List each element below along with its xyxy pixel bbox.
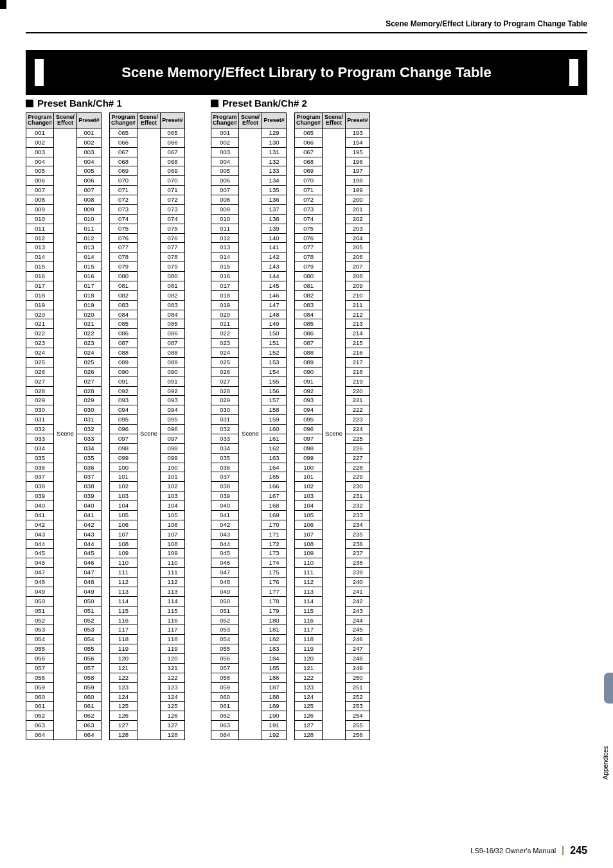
cell-preset: 191 — [262, 721, 287, 731]
cell-preset: 224 — [346, 425, 370, 434]
cell-preset: 242 — [346, 596, 370, 606]
bank1-table-b: ProgramChange#Scene/EffectPreset#065Scen… — [109, 112, 185, 740]
cell-preset: 226 — [346, 443, 370, 453]
cell-preset: 198 — [346, 176, 370, 186]
cell-program-change: 014 — [211, 252, 239, 262]
cell-preset: 107 — [161, 529, 185, 539]
cell-preset: 008 — [77, 195, 102, 205]
cell-program-change: 102 — [295, 482, 323, 492]
cell-program-change: 085 — [110, 319, 138, 329]
bank2-table-a: ProgramChange#Scene/EffectPreset#001Scen… — [211, 112, 287, 740]
cell-preset: 186 — [262, 673, 287, 682]
cell-preset: 172 — [262, 539, 287, 549]
cell-program-change: 082 — [295, 290, 323, 300]
cell-program-change: 065 — [110, 128, 138, 137]
cell-program-change: 004 — [26, 157, 54, 166]
cell-program-change: 092 — [110, 386, 138, 396]
cell-program-change: 012 — [26, 233, 54, 243]
cell-program-change: 007 — [26, 186, 54, 195]
cell-program-change: 114 — [110, 596, 138, 606]
cell-preset: 018 — [77, 290, 102, 300]
cell-program-change: 009 — [26, 204, 54, 214]
cell-preset: 020 — [77, 310, 102, 319]
cell-program-change: 003 — [211, 147, 239, 157]
cell-program-change: 064 — [211, 731, 239, 740]
cell-program-change: 090 — [110, 367, 138, 376]
cell-preset: 138 — [262, 214, 287, 224]
cell-preset: 090 — [161, 367, 185, 376]
cell-program-change: 096 — [295, 425, 323, 434]
cell-program-change: 011 — [211, 224, 239, 233]
cell-preset: 140 — [262, 233, 287, 243]
cell-program-change: 108 — [110, 539, 138, 549]
cell-preset: 152 — [262, 348, 287, 358]
cell-program-change: 084 — [110, 310, 138, 319]
cell-program-change: 052 — [26, 616, 54, 625]
cell-preset: 178 — [262, 596, 287, 606]
cell-program-change: 124 — [295, 692, 323, 702]
cell-preset: 214 — [346, 329, 370, 339]
cell-program-change: 098 — [295, 443, 323, 453]
cell-program-change: 001 — [211, 128, 239, 137]
cell-program-change: 086 — [110, 329, 138, 339]
cell-preset: 065 — [161, 128, 185, 137]
cell-preset: 239 — [346, 568, 370, 578]
cell-program-change: 028 — [26, 386, 54, 396]
cell-preset: 014 — [77, 252, 102, 262]
cell-preset: 075 — [161, 224, 185, 233]
cell-preset: 055 — [77, 644, 102, 654]
cell-program-change: 037 — [26, 472, 54, 482]
cell-preset: 111 — [161, 568, 185, 578]
cell-program-change: 040 — [211, 501, 239, 511]
cell-preset: 251 — [346, 682, 370, 692]
cell-preset: 058 — [77, 673, 102, 682]
cell-program-change: 118 — [110, 635, 138, 644]
cell-preset: 017 — [77, 281, 102, 290]
cell-program-change: 117 — [110, 625, 138, 635]
cell-program-change: 035 — [26, 453, 54, 463]
cell-preset: 022 — [77, 329, 102, 339]
bank-2: Preset Bank/Ch# 2 ProgramChange#Scene/Ef… — [211, 98, 370, 740]
cell-preset: 026 — [77, 367, 102, 376]
cell-preset: 025 — [77, 357, 102, 367]
cell-program-change: 088 — [295, 348, 323, 358]
cell-program-change: 112 — [295, 578, 323, 587]
footer-divider-icon — [562, 846, 564, 855]
cell-preset: 216 — [346, 348, 370, 358]
cell-program-change: 047 — [26, 568, 54, 578]
cell-preset: 230 — [346, 482, 370, 492]
cell-program-change: 101 — [295, 472, 323, 482]
cell-preset: 089 — [161, 357, 185, 367]
table-row: 001Scene129 — [211, 128, 287, 137]
bank2-table-b: ProgramChange#Scene/EffectPreset#065Scen… — [294, 112, 370, 740]
cell-program-change: 017 — [211, 281, 239, 290]
cell-preset: 076 — [161, 233, 185, 243]
table-row: 065Scene193 — [295, 128, 370, 137]
cell-preset: 126 — [161, 711, 185, 721]
cell-preset: 217 — [346, 357, 370, 367]
cell-preset: 113 — [161, 587, 185, 596]
cell-preset: 143 — [262, 262, 287, 272]
cell-program-change: 075 — [295, 224, 323, 233]
cell-program-change: 116 — [110, 616, 138, 625]
cell-preset: 052 — [77, 616, 102, 625]
cell-preset: 031 — [77, 415, 102, 425]
cell-preset: 096 — [161, 425, 185, 434]
cell-preset: 117 — [161, 625, 185, 635]
cell-preset: 048 — [77, 578, 102, 587]
running-head: Scene Memory/Effect Library to Program C… — [26, 19, 587, 33]
cell-program-change: 013 — [26, 243, 54, 252]
cell-program-change: 019 — [26, 300, 54, 310]
cell-preset: 074 — [161, 214, 185, 224]
cell-preset: 102 — [161, 482, 185, 492]
cell-program-change: 028 — [211, 386, 239, 396]
cell-program-change: 001 — [26, 128, 54, 137]
cell-program-change: 122 — [295, 673, 323, 682]
cell-program-change: 064 — [26, 731, 54, 740]
cell-preset: 038 — [77, 482, 102, 492]
cell-preset: 149 — [262, 319, 287, 329]
cell-preset: 211 — [346, 300, 370, 310]
cell-preset: 234 — [346, 520, 370, 529]
cell-preset: 021 — [77, 319, 102, 329]
cell-program-change: 083 — [110, 300, 138, 310]
